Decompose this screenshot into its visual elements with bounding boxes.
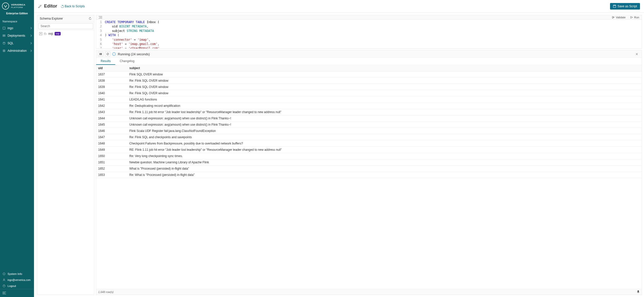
cell-subject: Re: Flink SQL OVER window	[127, 90, 642, 96]
results-table[interactable]: uid subject 1637Flink SQL OVER window163…	[96, 65, 642, 289]
cell-uid: 1641	[96, 96, 127, 103]
sidebar-item-sql[interactable]: SQL	[0, 39, 34, 47]
table-row[interactable]: 1644Unknown call expression: avg(amount)…	[96, 115, 642, 122]
cell-subject: RE: Flink 1.11 job hit error "Job leader…	[127, 147, 642, 153]
table-row[interactable]: 1649RE: Flink 1.11 job hit error "Job le…	[96, 147, 642, 153]
tab-changelog[interactable]: Changelog	[115, 58, 139, 65]
results-panel: Running (24 seconds) ✕ Results Changelog…	[96, 50, 642, 295]
cell-uid: 1646	[96, 128, 127, 134]
validate-button[interactable]: Validate	[612, 16, 626, 19]
table-row[interactable]: 1642Re: Deduplicating record amplificati…	[96, 103, 642, 109]
cell-uid: 1652	[96, 166, 127, 172]
cell-subject: Re: Flink SQL OVER window	[127, 78, 642, 84]
edition-label: Enterprise Edition	[0, 11, 34, 18]
chevron-right-icon	[30, 42, 32, 44]
save-as-script-button[interactable]: Save as Script	[610, 3, 640, 10]
svg-rect-3	[3, 36, 5, 36]
cell-subject: Flink SQL OVER window	[127, 71, 642, 77]
running-status: Running (24 seconds)	[118, 52, 150, 56]
cell-uid: 1643	[96, 109, 127, 115]
format-icon[interactable]	[99, 16, 102, 19]
cell-uid: 1649	[96, 147, 127, 153]
refresh-icon[interactable]	[89, 17, 92, 20]
table-row[interactable]: 1637Flink SQL OVER window	[96, 71, 642, 78]
svg-rect-23	[101, 53, 102, 55]
row-count: 1,648 row(s)	[98, 290, 113, 293]
spinner-icon	[112, 52, 116, 56]
cell-uid: 1653	[96, 172, 127, 178]
table-row[interactable]: 1652What is "Processed (persisted) in-fl…	[96, 166, 642, 172]
stop-button[interactable]	[105, 52, 110, 57]
sql-editor[interactable]: 123456789101112 CREATE TEMPORARY TABLE I…	[96, 19, 642, 49]
svg-rect-22	[100, 53, 100, 55]
cell-subject: Flink Scala UDF Register fail:java.lang.…	[127, 128, 642, 134]
table-row[interactable]: 1645Unknown call expression: avg(amount)…	[96, 122, 642, 128]
cell-uid: 1651	[96, 159, 127, 165]
sidebar-collapse[interactable]	[0, 289, 34, 297]
line-gutter: 123456789101112	[96, 20, 103, 48]
cell-subject: Re: Flink 1.11 job hit error "Job leader…	[127, 109, 642, 115]
pause-button[interactable]	[98, 52, 103, 57]
table-row[interactable]: 1653Re: What is "Processed (persisted) i…	[96, 172, 642, 178]
sidebar-item-administration[interactable]: Administration	[0, 47, 34, 55]
collapse-icon	[3, 292, 6, 294]
brand-name: VERVERICA	[11, 4, 25, 6]
sidebar-item-label: ingo	[8, 26, 13, 30]
column-header-subject[interactable]: subject	[127, 65, 642, 71]
pin-icon[interactable]	[637, 290, 640, 294]
back-to-scripts-link[interactable]: Back to Scripts	[61, 5, 85, 8]
cell-uid: 1644	[96, 115, 127, 121]
svg-point-10	[4, 273, 4, 273]
svg-point-0	[2, 3, 9, 9]
cell-uid: 1638	[96, 78, 127, 84]
column-header-uid[interactable]: uid	[96, 65, 127, 71]
table-row[interactable]: 1651Newbie question: Machine Learning Li…	[96, 159, 642, 166]
schema-search-input[interactable]	[38, 23, 93, 29]
table-row[interactable]: 1639Re: Flink SQL OVER window	[96, 84, 642, 90]
system-info-label: System Info	[8, 272, 22, 275]
pause-icon	[99, 53, 102, 55]
table-row[interactable]: 1640Re: Flink SQL OVER window	[96, 90, 642, 96]
tree-item-vvp[interactable]: + 🗀 vvp vvp	[39, 32, 92, 35]
close-results-button[interactable]: ✕	[634, 52, 640, 56]
folder-icon: 🗀	[44, 32, 47, 35]
chevron-right-icon	[30, 27, 32, 29]
table-row[interactable]: 1641LEAD/LAG functions	[96, 96, 642, 103]
table-row[interactable]: 1646Flink Scala UDF Register fail:java.l…	[96, 128, 642, 134]
cell-uid: 1648	[96, 140, 127, 146]
validate-icon	[612, 16, 615, 19]
cell-subject: Newbie question: Machine Learning Librar…	[127, 159, 642, 165]
expand-icon[interactable]: +	[39, 32, 42, 35]
cell-uid: 1650	[96, 153, 127, 159]
tab-results[interactable]: Results	[96, 58, 115, 65]
table-row[interactable]: 1647Re: Flink SQL and checkpoints and sa…	[96, 134, 642, 140]
code-content[interactable]: CREATE TEMPORARY TABLE Inbox ( uid BIGIN…	[103, 20, 169, 48]
svg-point-11	[4, 279, 5, 280]
run-icon	[630, 16, 633, 19]
namespace-label: Namespace	[0, 18, 34, 24]
sidebar-user[interactable]: ingo@ververica.com	[0, 277, 34, 283]
chevron-right-icon	[30, 50, 32, 52]
brand-logo: VERVERICA PLATFORM	[0, 0, 34, 11]
sidebar-item-label: Deployments	[8, 34, 25, 37]
info-icon	[3, 272, 6, 275]
table-row[interactable]: 1638Re: Flink SQL OVER window	[96, 78, 642, 84]
table-row[interactable]: 1650Re: Very long checkpointing sync tim…	[96, 153, 642, 159]
sidebar-logout[interactable]: Logout	[0, 283, 34, 289]
run-button[interactable]: Run	[630, 16, 639, 19]
svg-rect-1	[3, 27, 5, 29]
sidebar-system-info[interactable]: System Info	[0, 271, 34, 277]
run-label: Run	[634, 16, 639, 19]
page-title-wrap: Editor	[38, 4, 57, 9]
cell-subject: Re: Flink SQL OVER window	[127, 84, 642, 90]
table-row[interactable]: 1643Re: Flink 1.11 job hit error "Job le…	[96, 109, 642, 115]
sidebar-item-deployments[interactable]: Deployments	[0, 32, 34, 39]
cell-subject: What is "Processed (persisted) in-flight…	[127, 166, 642, 172]
table-row[interactable]: 1648Checkpoint Failures from Backpressur…	[96, 140, 642, 147]
sidebar-item-namespace[interactable]: ingo	[0, 24, 34, 32]
sidebar-item-label: SQL	[8, 41, 14, 45]
page-title: Editor	[44, 4, 57, 9]
sql-icon	[3, 42, 6, 45]
cell-subject: Unknown call expression: avg(amount) whe…	[127, 122, 642, 128]
deployments-icon	[3, 34, 6, 37]
